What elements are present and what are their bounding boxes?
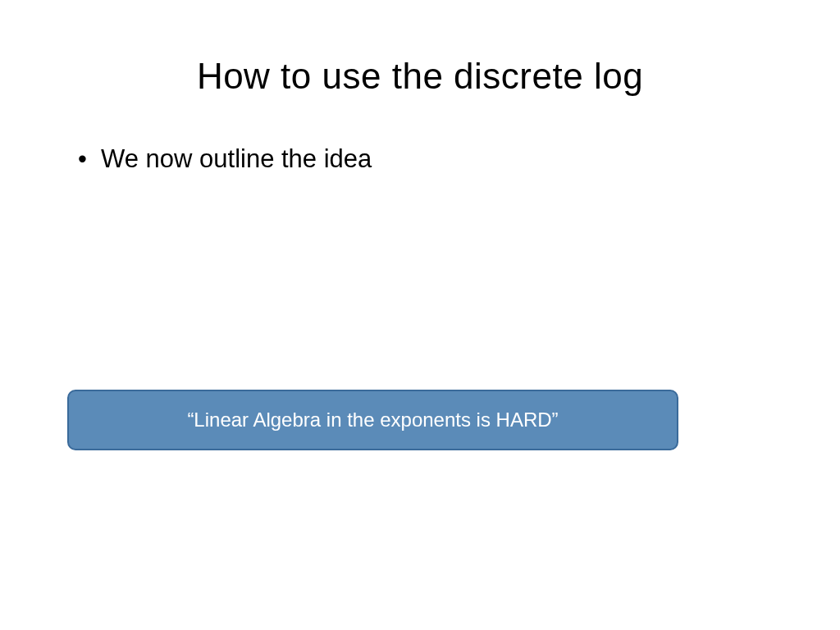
bullet-list: We now outline the idea (0, 97, 840, 174)
bullet-item: We now outline the idea (78, 144, 840, 174)
callout-text: “Linear Algebra in the exponents is HARD… (187, 409, 558, 431)
slide-title: How to use the discrete log (0, 0, 840, 97)
callout-box: “Linear Algebra in the exponents is HARD… (67, 390, 678, 450)
